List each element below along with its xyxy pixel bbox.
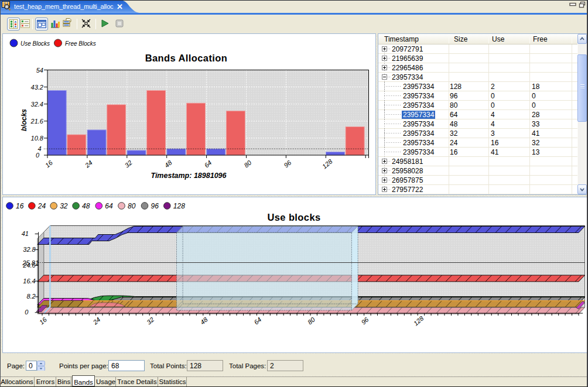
- svg-text:128: 128: [173, 202, 185, 210]
- svg-text:43.2: 43.2: [31, 84, 43, 91]
- svg-text:48: 48: [163, 159, 174, 169]
- svg-text:21.6: 21.6: [30, 118, 44, 125]
- svg-text:24: 24: [37, 202, 46, 210]
- svg-text:80: 80: [128, 202, 136, 210]
- svg-text:0: 0: [36, 152, 40, 159]
- svg-text:Timestamp: 18981096: Timestamp: 18981096: [151, 172, 227, 180]
- svg-text:Bands Allocation: Bands Allocation: [145, 53, 228, 63]
- svg-text:64: 64: [252, 316, 262, 326]
- svg-text:32: 32: [60, 202, 68, 210]
- svg-text:48: 48: [199, 316, 210, 326]
- svg-text:8.2: 8.2: [26, 293, 35, 300]
- svg-text:10.8: 10.8: [31, 135, 44, 142]
- svg-text:16: 16: [44, 159, 54, 169]
- svg-text:25.81: 25.81: [22, 259, 39, 266]
- svg-text:80: 80: [306, 316, 317, 326]
- svg-text:blocks: blocks: [20, 109, 28, 131]
- svg-text:4: 4: [37, 145, 41, 152]
- svg-text:32.8: 32.8: [23, 246, 36, 253]
- svg-text:16.4: 16.4: [23, 278, 35, 285]
- svg-text:32.4: 32.4: [31, 101, 43, 108]
- svg-text:96: 96: [282, 159, 293, 169]
- svg-text:54: 54: [36, 67, 43, 74]
- svg-text:24: 24: [91, 316, 102, 326]
- svg-text:Free Blocks: Free Blocks: [65, 40, 96, 47]
- svg-text:16: 16: [38, 316, 49, 326]
- svg-text:96: 96: [360, 316, 370, 326]
- svg-text:Use blocks: Use blocks: [267, 212, 320, 222]
- svg-text:24: 24: [83, 159, 94, 169]
- svg-text:128: 128: [412, 314, 425, 327]
- svg-text:32: 32: [124, 159, 134, 169]
- svg-text:16: 16: [16, 202, 24, 210]
- svg-text:48: 48: [82, 202, 90, 210]
- svg-text:32: 32: [145, 316, 155, 326]
- svg-text:128: 128: [321, 157, 334, 170]
- svg-text:0: 0: [25, 309, 29, 316]
- svg-text:41: 41: [22, 230, 29, 237]
- svg-text:64: 64: [203, 159, 213, 169]
- svg-text:Use Blocks: Use Blocks: [20, 40, 50, 47]
- svg-text:80: 80: [242, 159, 253, 169]
- svg-text:96: 96: [151, 202, 159, 210]
- svg-text:64: 64: [105, 202, 113, 210]
